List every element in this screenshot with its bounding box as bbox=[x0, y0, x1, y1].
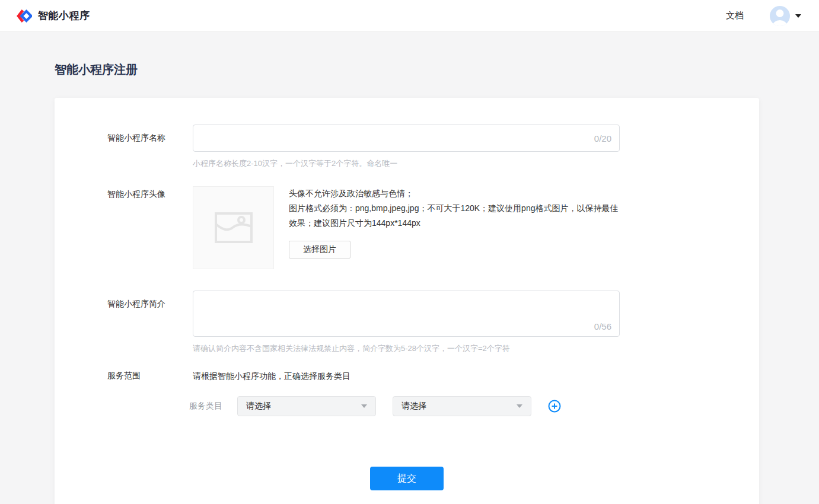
brand: 智能小程序 bbox=[17, 8, 90, 24]
name-char-counter: 0/20 bbox=[594, 133, 611, 143]
top-navigation-bar: 智能小程序 文档 bbox=[0, 0, 819, 32]
submit-button[interactable]: 提交 bbox=[370, 467, 444, 490]
name-field-row: 智能小程序名称 0/20 小程序名称长度2-10汉字，一个汉字等于2个字符。命名… bbox=[107, 125, 759, 169]
category-select-primary[interactable]: 请选择 bbox=[237, 396, 376, 416]
docs-link[interactable]: 文档 bbox=[726, 10, 744, 21]
intro-label: 智能小程序简介 bbox=[107, 291, 193, 354]
avatar-field-row: 智能小程序头像 头像不允许涉及政治敏感与色情； 图片格式必须为：png,bmp,… bbox=[107, 186, 759, 269]
topbar-right: 文档 bbox=[726, 6, 801, 26]
category-select-secondary-value: 请选择 bbox=[401, 401, 426, 412]
user-menu[interactable] bbox=[770, 6, 801, 26]
category-select-secondary[interactable]: 请选择 bbox=[393, 396, 531, 416]
intro-textarea[interactable] bbox=[193, 291, 620, 337]
name-help-text: 小程序名称长度2-10汉字，一个汉字等于2个字符。命名唯一 bbox=[193, 158, 620, 169]
category-label: 服务类目 bbox=[189, 401, 222, 412]
intro-field-row: 智能小程序简介 0/56 请确认简介内容不含国家相关法律法规禁止内容，简介字数为… bbox=[107, 291, 759, 354]
scope-hint-text: 请根据智能小程序功能，正确选择服务类目 bbox=[193, 371, 620, 382]
avatar-label: 智能小程序头像 bbox=[107, 186, 193, 269]
smartprogram-logo-icon bbox=[17, 8, 32, 24]
intro-char-counter: 0/56 bbox=[594, 321, 611, 331]
user-avatar[interactable] bbox=[770, 6, 790, 26]
plus-circle-icon bbox=[548, 400, 561, 413]
avatar-rule-line2: 图片格式必须为：png,bmp,jpeg,jpg；不可大于120K；建议使用pn… bbox=[289, 201, 620, 231]
name-label: 智能小程序名称 bbox=[107, 125, 193, 169]
avatar-upload-dropzone[interactable] bbox=[193, 186, 274, 269]
image-placeholder-icon bbox=[215, 212, 253, 243]
caret-down-icon bbox=[517, 404, 522, 408]
avatar-rule-line1: 头像不允许涉及政治敏感与色情； bbox=[289, 186, 620, 201]
scope-label: 服务范围 bbox=[107, 371, 193, 416]
registration-form-card: 智能小程序名称 0/20 小程序名称长度2-10汉字，一个汉字等于2个字符。命名… bbox=[55, 98, 759, 504]
scope-field-row: 服务范围 请根据智能小程序功能，正确选择服务类目 服务类目 请选择 请选择 bbox=[107, 371, 759, 416]
caret-down-icon bbox=[361, 404, 367, 408]
name-input[interactable] bbox=[193, 125, 620, 152]
brand-title: 智能小程序 bbox=[38, 9, 90, 23]
add-category-button[interactable] bbox=[548, 400, 561, 413]
submit-row: 提交 bbox=[55, 467, 759, 490]
page-title: 智能小程序注册 bbox=[55, 62, 819, 78]
intro-help-text: 请确认简介内容不含国家相关法律法规禁止内容，简介字数为5-28个汉字，一个汉字=… bbox=[193, 343, 620, 354]
category-select-primary-value: 请选择 bbox=[246, 401, 271, 412]
caret-down-icon[interactable] bbox=[795, 14, 801, 18]
choose-image-button[interactable]: 选择图片 bbox=[289, 241, 350, 259]
service-category-row: 服务类目 请选择 请选择 bbox=[189, 396, 620, 416]
